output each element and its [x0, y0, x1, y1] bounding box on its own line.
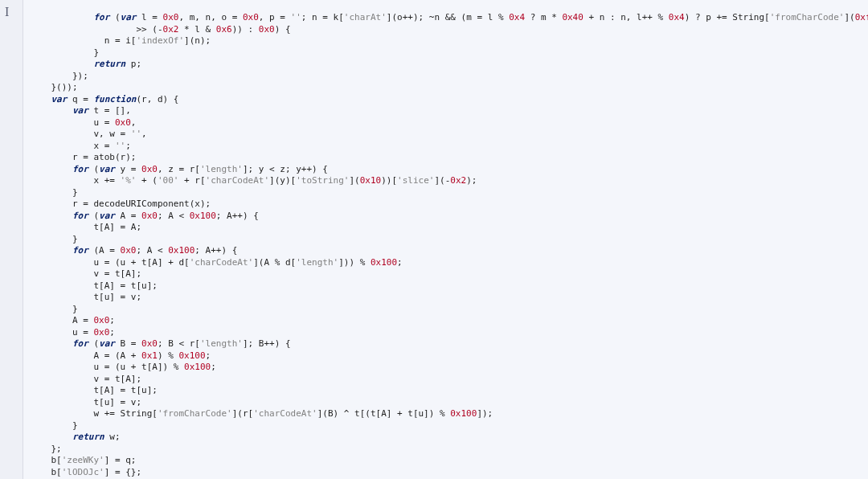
code-line: t[A] = A; — [30, 222, 868, 234]
code-token: for — [93, 12, 109, 23]
code-token: l = — [136, 12, 162, 23]
code-token: } — [72, 187, 78, 198]
code-token: ) { — [275, 24, 291, 35]
code-token: return — [72, 432, 104, 442]
code-token: } — [72, 304, 78, 314]
code-token: 0xff — [855, 12, 868, 23]
code-token: r = atob(r); — [72, 152, 136, 162]
code-line: u = 0x0, — [30, 117, 868, 129]
code-token: w; — [104, 432, 121, 442]
code-token: 0x4 — [669, 12, 685, 23]
code-token: t[u] = v; — [93, 397, 141, 407]
code-token: }; — [51, 444, 62, 454]
code-line: for (var y = 0x0, z = r['length']; y < z… — [30, 164, 868, 176]
code-token: ; — [206, 350, 211, 361]
code-token: 'fromCharCode' — [158, 408, 232, 419]
code-token: var — [72, 105, 88, 116]
code-token: 'indexOf' — [136, 35, 184, 46]
code-token: v = t[A]; — [93, 374, 141, 384]
code-token: u = (u + t[A] + d[ — [93, 257, 189, 268]
code-token: 'slice' — [397, 175, 434, 186]
code-line: }()); — [30, 82, 868, 94]
code-token: p; — [125, 59, 141, 69]
code-line: r = decodeURIComponent(x); — [30, 199, 868, 211]
code-token: 'lODOJc' — [62, 467, 104, 477]
text-cursor-icon: I — [5, 6, 9, 18]
code-token: ( — [88, 338, 99, 349]
code-line: w += String['fromCharCode'](r['charCodeA… — [30, 408, 868, 420]
code-token: '' — [291, 12, 301, 23]
code-token: 0x0 — [93, 327, 109, 338]
code-token: 'length' — [200, 164, 243, 174]
code-token: , p = — [259, 12, 291, 23]
code-line: var t = [], — [30, 105, 868, 117]
code-line: t[A] = t[u]; — [30, 385, 868, 397]
code-token: r = decodeURIComponent(x); — [72, 199, 211, 209]
code-token: var — [99, 211, 115, 221]
code-token: } — [93, 47, 99, 58]
code-token: var — [51, 94, 68, 104]
code-token: }()); — [51, 82, 78, 92]
code-token: ](y)[ — [269, 175, 296, 186]
code-token: v = t[A]; — [93, 268, 141, 279]
code-token: ]( — [349, 175, 359, 186]
code-token: 0x0 — [121, 245, 137, 256]
code-token: } — [72, 420, 78, 431]
code-token: * l & — [178, 24, 215, 35]
code-token: 0x0 — [259, 24, 275, 35]
code-token: 0x1 — [141, 350, 158, 361]
code-line: for (var B = 0x0; B < r['length']; B++) … — [30, 338, 868, 350]
code-token: }); — [72, 71, 88, 81]
code-viewer: I for (var l = 0x0, m, n, o = 0x0, p = '… — [0, 0, 868, 479]
code-token: y = — [115, 164, 141, 174]
code-token: 'fromCharCode' — [770, 12, 845, 23]
code-token: 0x0 — [163, 12, 179, 23]
code-token: ; — [109, 327, 115, 338]
code-token: 0x0 — [141, 164, 158, 174]
code-token: t[A] = t[u]; — [93, 280, 157, 291]
code-line: r = atob(r); — [30, 152, 868, 164]
code-token: 'length' — [296, 257, 338, 268]
code-token: ](A % d[ — [253, 257, 296, 268]
code-token: 0x2 — [450, 175, 466, 186]
code-token: 0x100 — [450, 408, 477, 419]
code-token: u = — [72, 327, 94, 338]
code-token: t = [], — [88, 105, 131, 116]
code-token: for — [72, 338, 88, 349]
code-line: var q = function(r, d) { — [30, 94, 868, 106]
code-line: x = ''; — [30, 141, 868, 153]
code-token: 0x40 — [562, 12, 583, 23]
code-token: 'charCodeAt' — [206, 175, 269, 186]
code-line: } — [30, 47, 868, 59]
code-token: 0x100 — [178, 350, 205, 361]
code-line: t[u] = v; — [30, 292, 868, 304]
code-token: + ( — [136, 175, 158, 186]
code-token: ( — [88, 211, 99, 221]
code-line: }; — [30, 444, 868, 456]
code-token: ] = {}; — [104, 467, 141, 477]
code-line: b['lODOJc'] = {}; — [30, 467, 868, 479]
code-token: 0x10 — [360, 175, 382, 186]
code-token: B = — [115, 338, 141, 349]
code-token: 'charCodeAt' — [253, 408, 317, 419]
code-token: ]; B++) { — [243, 338, 291, 349]
code-token: 0x4 — [509, 12, 525, 23]
code-line: } — [30, 234, 868, 246]
code-token: 0x0 — [243, 12, 259, 23]
code-line: u = 0x0; — [30, 327, 868, 339]
code-line: v = t[A]; — [30, 374, 868, 386]
code-token: ])) % — [338, 257, 371, 268]
code-line: v = t[A]; — [30, 268, 868, 280]
code-token: '' — [131, 129, 141, 139]
code-token: ; — [125, 141, 131, 151]
code-token: '00' — [158, 175, 179, 186]
code-token: ](n); — [184, 35, 211, 46]
code-token: ( — [88, 164, 99, 174]
code-block[interactable]: for (var l = 0x0, m, n, o = 0x0, p = '';… — [23, 9, 868, 470]
code-token: 0x100 — [184, 362, 211, 372]
code-token: t[A] = A; — [93, 222, 141, 232]
code-token: var — [121, 12, 137, 23]
code-line: n = i['indexOf'](n); — [30, 35, 868, 47]
code-token: for — [72, 211, 88, 221]
code-line: t[u] = v; — [30, 397, 868, 409]
